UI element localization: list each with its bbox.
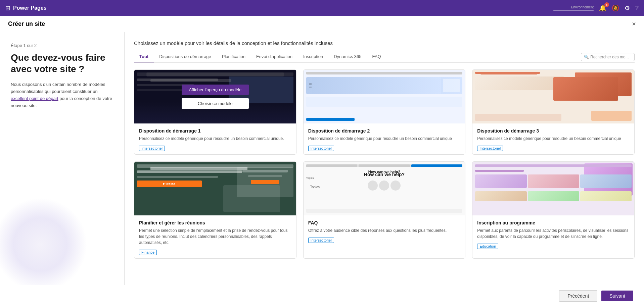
preview-starter3 bbox=[472, 70, 634, 123]
background-decoration bbox=[0, 198, 87, 285]
tab-planification[interactable]: Planification bbox=[217, 51, 251, 62]
modal-header: Créer un site × bbox=[0, 16, 644, 32]
tab-envoi[interactable]: Envoi d'application bbox=[251, 51, 298, 62]
card-body-inscription: Inscription au programme Permet aux pare… bbox=[472, 215, 634, 252]
card-tag-faq[interactable]: Intersectoriel bbox=[308, 238, 334, 243]
grid-icon[interactable]: ⊞ bbox=[5, 4, 10, 12]
card-desc-starter2: Personnalisez ce modèle générique pour r… bbox=[308, 136, 461, 142]
env-bar bbox=[553, 10, 594, 11]
template-card-inscription[interactable]: Inscription au programme Permet aux pare… bbox=[472, 161, 635, 259]
preview-model-button[interactable]: Afficher l'aperçu du modèle bbox=[182, 85, 249, 95]
card-body-meeting: Planifier et gérer les réunions Permet u… bbox=[134, 215, 296, 258]
search-icon: 🔍 bbox=[584, 55, 589, 59]
card-image-faq: How can we help? Topics bbox=[304, 162, 465, 215]
step-label: Étape 1 sur 2 bbox=[11, 43, 113, 48]
card-image-starter2 bbox=[304, 70, 465, 123]
card-body-starter1: Disposition de démarrage 1 Personnalisez… bbox=[134, 123, 296, 154]
preview-faq: How can we help? Topics bbox=[304, 162, 465, 215]
card-image-meeting: ▶ Voir plus bbox=[134, 162, 296, 215]
template-card-starter1[interactable]: Afficher l'aperçu du modèle Choisir ce m… bbox=[134, 69, 296, 155]
card-title-inscription: Inscription au programme bbox=[477, 220, 630, 225]
app-title: Power Pages bbox=[13, 5, 551, 11]
search-box[interactable]: 🔍 Rechercher des mo... bbox=[581, 53, 635, 61]
card-body-starter2: Disposition de démarrage 2 Personnalisez… bbox=[304, 123, 465, 154]
card-image-inscription bbox=[472, 162, 634, 215]
card-desc-starter3: Personnalisez ce modèle générique pour r… bbox=[477, 136, 630, 142]
choose-model-button[interactable]: Choisir ce modèle bbox=[182, 98, 249, 109]
card-title-starter3: Disposition de démarrage 3 bbox=[477, 128, 630, 134]
template-card-starter2[interactable]: Disposition de démarrage 2 Personnalisez… bbox=[303, 69, 466, 155]
card-body-faq: FAQ Offrez à votre audience cible des ré… bbox=[304, 215, 465, 246]
template-card-faq[interactable]: How can we help? Topics FAQ Offrez à vot… bbox=[303, 161, 466, 259]
card-title-starter2: Disposition de démarrage 2 bbox=[308, 128, 461, 134]
card-tag-starter2[interactable]: Intersectoriel bbox=[308, 146, 334, 151]
preview-meeting: ▶ Voir plus bbox=[134, 162, 296, 215]
notifications-icon[interactable]: 🔔 5 bbox=[599, 4, 606, 12]
right-panel-title: Choisissez un modèle pour voir les détai… bbox=[134, 40, 635, 46]
notification-count: 5 bbox=[604, 2, 609, 7]
card-title-starter1: Disposition de démarrage 1 bbox=[139, 128, 291, 134]
tab-all[interactable]: Tout bbox=[134, 51, 154, 62]
hover-overlay: Afficher l'aperçu du modèle Choisir ce m… bbox=[134, 70, 296, 123]
panel-heading: Que devez-vous faire avec votre site ? bbox=[11, 52, 113, 74]
top-nav: ⊞ Power Pages Environnement 🔔 5 🔕 ⚙ ? bbox=[0, 0, 644, 16]
card-body-starter3: Disposition de démarrage 3 Personnalisez… bbox=[472, 123, 634, 154]
tab-faq[interactable]: FAQ bbox=[367, 51, 386, 62]
card-desc-inscription: Permet aux parents de parcourir les acti… bbox=[477, 227, 630, 240]
close-button[interactable]: × bbox=[632, 20, 636, 28]
modal-body: Étape 1 sur 2 Que devez-vous faire avec … bbox=[0, 32, 644, 285]
preview-inscription bbox=[472, 162, 634, 215]
right-panel: Choisissez un modèle pour voir les détai… bbox=[124, 32, 644, 285]
panel-link[interactable]: excellent point de départ bbox=[11, 96, 58, 101]
env-label: Environnement bbox=[571, 5, 594, 9]
left-panel: Étape 1 sur 2 Que devez-vous faire avec … bbox=[0, 32, 124, 285]
help-icon[interactable]: ? bbox=[635, 5, 639, 12]
card-tag-starter3[interactable]: Intersectoriel bbox=[477, 146, 503, 151]
environment-selector[interactable]: Environnement bbox=[553, 5, 594, 11]
template-tabs: Tout Dispositions de démarrage Planifica… bbox=[134, 51, 635, 63]
card-desc-starter1: Personnalisez ce modèle générique pour r… bbox=[139, 136, 291, 142]
card-desc-faq: Offrez à votre audience cible des répons… bbox=[308, 227, 461, 234]
card-tag-meeting[interactable]: Finance bbox=[139, 250, 157, 255]
modal-title: Créer un site bbox=[8, 20, 632, 28]
tab-inscription[interactable]: Inscription bbox=[298, 51, 328, 62]
search-placeholder: Rechercher des mo... bbox=[590, 55, 629, 59]
card-tag-inscription[interactable]: Éducation bbox=[477, 244, 498, 249]
card-image-starter3 bbox=[472, 70, 634, 123]
prev-button[interactable]: Précédent bbox=[559, 290, 597, 302]
card-tag-starter1[interactable]: Intersectoriel bbox=[139, 146, 165, 151]
template-grid: Afficher l'aperçu du modèle Choisir ce m… bbox=[134, 69, 635, 259]
card-desc-meeting: Permet une sélection simple de l'emplace… bbox=[139, 227, 291, 246]
template-card-starter3[interactable]: Disposition de démarrage 3 Personnalisez… bbox=[472, 69, 635, 155]
bell-icon[interactable]: 🔕 bbox=[612, 4, 619, 12]
modal-footer: Précédent Suivant bbox=[0, 285, 644, 306]
next-button[interactable]: Suivant bbox=[601, 291, 633, 301]
card-title-meeting: Planifier et gérer les réunions bbox=[139, 220, 291, 225]
template-card-meeting[interactable]: ▶ Voir plus Planifier et gérer les réuni… bbox=[134, 161, 296, 259]
card-title-faq: FAQ bbox=[308, 220, 461, 225]
panel-description: Nous disposons d'un certain nombre de mo… bbox=[11, 81, 113, 109]
tab-starter[interactable]: Dispositions de démarrage bbox=[154, 51, 217, 62]
nav-icons: 🔔 5 🔕 ⚙ ? bbox=[599, 4, 639, 12]
tab-dynamics[interactable]: Dynamics 365 bbox=[328, 51, 367, 62]
card-image-starter1: Afficher l'aperçu du modèle Choisir ce m… bbox=[134, 70, 296, 123]
preview-starter2 bbox=[304, 70, 465, 123]
settings-icon[interactable]: ⚙ bbox=[625, 4, 630, 12]
